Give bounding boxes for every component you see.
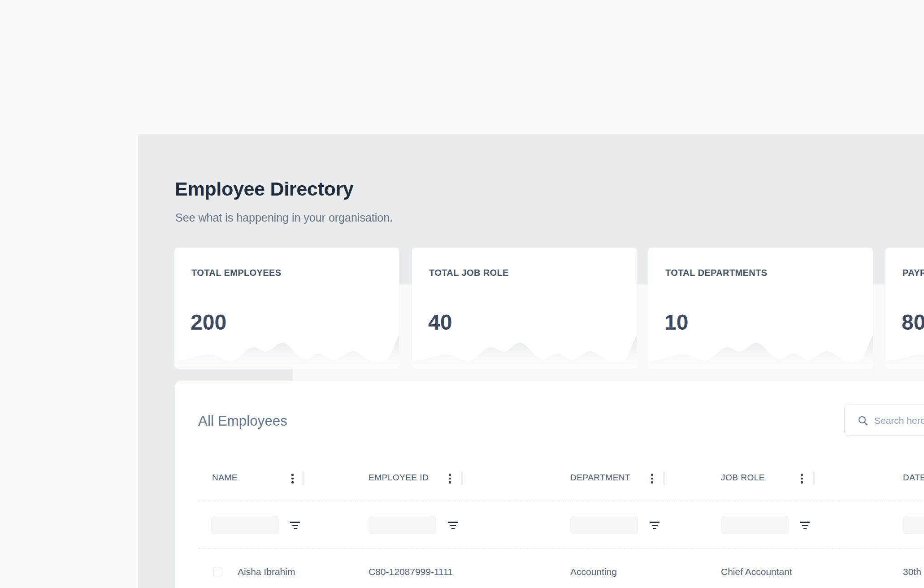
column-menu-icon[interactable] xyxy=(291,474,294,483)
filter-icon[interactable] xyxy=(800,522,810,529)
filter-icon[interactable] xyxy=(448,522,458,529)
filter-input-name[interactable] xyxy=(211,516,279,534)
page-title: Employee Directory xyxy=(175,178,353,201)
column-header-department: DEPARTMENT xyxy=(570,473,630,483)
column-menu-icon[interactable] xyxy=(449,474,451,483)
search-box xyxy=(844,405,924,436)
sparkline-wave-icon xyxy=(174,331,399,369)
column-menu-icon[interactable] xyxy=(651,474,653,483)
column-header-employee-id: EMPLOYEE ID xyxy=(369,473,429,483)
row-checkbox[interactable] xyxy=(213,567,222,576)
filter-input-employee-id[interactable] xyxy=(369,516,436,534)
column-header-job-role: JOB ROLE xyxy=(721,473,765,483)
column-separator xyxy=(461,471,463,485)
column-header-name: NAME xyxy=(212,473,238,483)
cell-employee-id: C80-12087999-1111 xyxy=(369,566,453,577)
cell-department: Accounting xyxy=(570,566,617,577)
sparkline-wave-icon xyxy=(885,331,924,369)
cell-name: Aisha Ibrahim xyxy=(238,566,295,577)
stat-card-total-job-role: TOTAL JOB ROLE 40 xyxy=(412,248,637,369)
cell-job-role: Chief Accountant xyxy=(721,566,792,577)
all-employees-card: All Employees NAME EMPLOYEE ID DEPARTMEN… xyxy=(175,381,924,588)
table-divider xyxy=(198,548,924,549)
stat-label: TOTAL EMPLOYEES xyxy=(191,268,281,278)
stat-value: 200 xyxy=(191,312,226,333)
page-subtitle: See what is happening in your organisati… xyxy=(175,211,393,225)
filter-input-department[interactable] xyxy=(570,516,638,534)
column-separator xyxy=(813,471,815,485)
search-input[interactable] xyxy=(873,405,924,436)
stat-label: TOTAL DEPARTMENTS xyxy=(665,268,768,278)
cell-date: 30th xyxy=(903,566,921,577)
column-separator xyxy=(302,471,304,485)
stat-card-payroll: PAYR 80 xyxy=(885,248,924,369)
filter-input-date[interactable] xyxy=(903,516,924,534)
stat-label: PAYR xyxy=(902,268,924,278)
filter-icon[interactable] xyxy=(290,522,300,529)
stat-card-total-departments: TOTAL DEPARTMENTS 10 xyxy=(648,248,873,369)
filter-icon[interactable] xyxy=(650,522,659,529)
search-icon xyxy=(858,415,868,426)
stat-value: 80 xyxy=(902,312,924,333)
column-header-date: DATE xyxy=(903,473,924,483)
sparkline-wave-icon xyxy=(412,331,637,369)
column-menu-icon[interactable] xyxy=(801,474,803,483)
column-separator xyxy=(663,471,665,485)
stat-value: 10 xyxy=(664,312,688,333)
page: Employee Directory See what is happening… xyxy=(0,0,924,588)
filter-input-job-role[interactable] xyxy=(721,516,789,534)
stat-value: 40 xyxy=(428,312,452,333)
stat-card-total-employees: TOTAL EMPLOYEES 200 xyxy=(174,248,399,369)
section-heading: All Employees xyxy=(198,413,287,429)
sparkline-wave-icon xyxy=(648,331,873,369)
stat-label: TOTAL JOB ROLE xyxy=(429,268,509,278)
table-divider xyxy=(198,501,924,501)
